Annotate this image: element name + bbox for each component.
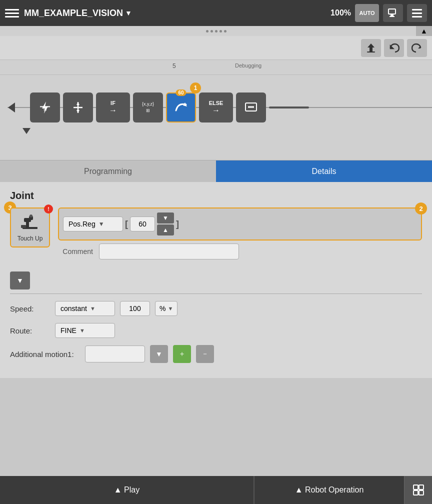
svg-rect-3 — [412, 9, 422, 10]
comment-label: Comment — [58, 248, 93, 256]
additional-add-button[interactable]: ＋ — [173, 345, 191, 363]
comment-field[interactable] — [99, 244, 239, 260]
svg-rect-6 — [367, 52, 375, 52]
node-axis[interactable] — [63, 92, 93, 122]
spin-up-button[interactable]: ▲ — [157, 224, 174, 236]
additional-field[interactable] — [85, 346, 145, 362]
speed-unit-label: % — [160, 304, 166, 312]
trailing-line — [269, 106, 309, 108]
node-else[interactable]: ELSE → — [199, 92, 233, 122]
bracket-open: [ — [125, 219, 128, 230]
svg-rect-2 — [390, 16, 394, 17]
node-message[interactable] — [236, 92, 266, 122]
svg-point-19 — [248, 106, 250, 108]
register-value[interactable]: 60 — [130, 216, 155, 232]
menu-icon[interactable] — [5, 9, 19, 18]
ruler-number: 5 — [172, 62, 176, 70]
node-flash[interactable]: ⊞ — [30, 92, 60, 122]
expand-button[interactable]: ▼ — [10, 272, 30, 290]
svg-rect-0 — [388, 9, 396, 14]
svg-text:⊞: ⊞ — [44, 107, 47, 112]
robot-op-label: ▲ Robot Operation — [295, 486, 364, 494]
divider-1 — [10, 294, 422, 294]
tab-bar: Programming Details — [0, 160, 432, 182]
pos-reg-dropdown[interactable]: Pos.Reg ▼ — [63, 216, 123, 232]
additional-label: Additional motion1: — [10, 350, 80, 358]
auto-mode-button[interactable]: AUTO — [355, 4, 379, 22]
drag-handle[interactable]: ▲ — [0, 26, 432, 36]
node-if-group: IF → — [96, 92, 130, 122]
route-dropdown[interactable]: FINE ▼ — [55, 323, 115, 338]
svg-point-20 — [250, 106, 252, 108]
details-panel: Joint 3 ! Touch Up — [0, 182, 432, 378]
additional-motion-row: Additional motion1: ▼ ＋ － — [10, 345, 422, 363]
timeline-ruler: 5 Debugging — [0, 60, 432, 75]
redo-button[interactable] — [407, 39, 427, 57]
svg-point-26 — [30, 214, 32, 218]
svg-rect-30 — [414, 490, 418, 495]
svg-rect-31 — [419, 490, 424, 495]
upload-button[interactable] — [361, 39, 381, 57]
tab-programming[interactable]: Programming — [0, 160, 216, 182]
route-label: Route: — [10, 326, 50, 335]
speed-unit-arrow: ▼ — [168, 306, 173, 312]
node-active-container: 1 60 — [166, 92, 196, 122]
svg-point-21 — [252, 106, 254, 108]
bottom-right-icon[interactable] — [404, 476, 432, 504]
section-title: Joint — [10, 190, 422, 202]
callout-badge-2: 2 — [415, 202, 427, 214]
svg-rect-29 — [419, 485, 424, 490]
bottom-bar: ▲ Play ▲ Robot Operation — [0, 476, 432, 504]
svg-rect-27 — [21, 225, 26, 228]
title-dropdown-arrow[interactable]: ▼ — [125, 9, 132, 17]
settings-button[interactable] — [407, 4, 427, 22]
play-button[interactable]: ▲ Play — [0, 476, 254, 504]
robot-operation-button[interactable]: ▲ Robot Operation — [254, 476, 404, 504]
pos-reg-block: 2 Pos.Reg ▼ [ 60 ▼ ▲ ] — [58, 208, 422, 240]
title-text: MM_EXAMPLE_VISION — [24, 8, 123, 18]
touch-up-block[interactable]: ! Touch Up — [10, 208, 50, 248]
node-if[interactable]: IF → — [96, 92, 130, 122]
play-label: ▲ Play — [114, 486, 140, 494]
nodes-area: ⊞ IF → {x,y,z} ⊞ — [0, 75, 432, 140]
svg-rect-28 — [414, 485, 418, 490]
speed-type-arrow: ▼ — [90, 306, 96, 312]
node-xyz[interactable]: {x,y,z} ⊞ — [133, 92, 163, 122]
node-motion-arc[interactable]: 60 — [166, 92, 196, 122]
route-value: FINE — [60, 326, 76, 334]
touch-up-label: Touch Up — [18, 235, 43, 242]
svg-marker-15 — [76, 110, 80, 113]
spin-down-button[interactable]: ▼ — [157, 212, 174, 224]
tab-details[interactable]: Details — [216, 160, 432, 182]
speed-type-dropdown[interactable]: constant ▼ — [55, 301, 115, 316]
node-badge-60: 60 — [176, 90, 186, 96]
svg-marker-7 — [390, 46, 393, 48]
error-badge: ! — [44, 204, 53, 214]
route-arrow: ▼ — [80, 328, 85, 334]
pos-reg-arrow: ▼ — [98, 220, 104, 228]
touch-up-row: 3 ! Touch Up 2 — [10, 208, 422, 268]
right-controls: 2 Pos.Reg ▼ [ 60 ▼ ▲ ] Comment — [58, 208, 422, 268]
pos-reg-label: Pos.Reg — [68, 220, 96, 228]
timeline-area: 5 Debugging ⊞ — [0, 60, 432, 160]
svg-rect-23 — [26, 221, 29, 228]
spin-buttons: ▼ ▲ — [157, 212, 174, 236]
scroll-up-arrow[interactable]: ▲ — [416, 26, 432, 36]
app-title: MM_EXAMPLE_VISION ▼ — [24, 8, 326, 18]
svg-marker-8 — [418, 46, 420, 48]
route-row: Route: FINE ▼ — [10, 323, 422, 338]
svg-marker-14 — [76, 102, 80, 105]
speed-row: Speed: constant ▼ 100 % ▼ — [10, 301, 422, 316]
toolbar — [0, 36, 432, 60]
undo-button[interactable] — [384, 39, 404, 57]
bracket-close: ] — [176, 219, 179, 230]
additional-dropdown-button[interactable]: ▼ — [150, 345, 168, 363]
transfer-button[interactable] — [383, 4, 403, 22]
header: MM_EXAMPLE_VISION ▼ 100% AUTO — [0, 0, 432, 26]
additional-remove-button[interactable]: － — [196, 345, 214, 363]
header-controls: 100% AUTO — [330, 4, 427, 22]
speed-unit-dropdown[interactable]: % ▼ — [155, 301, 178, 316]
speed-value[interactable]: 100 — [120, 301, 150, 316]
timeline-start-pointer — [8, 102, 15, 112]
speed-type-value: constant — [60, 304, 87, 312]
